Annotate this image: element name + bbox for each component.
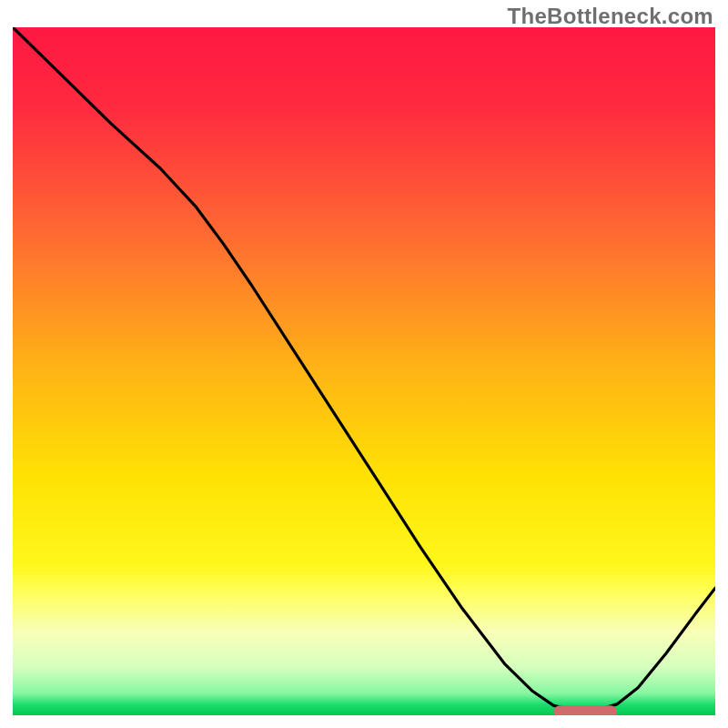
chart-plot-area — [0, 0, 728, 728]
bottleneck-chart: TheBottleneck.com — [0, 0, 728, 728]
attribution-text: TheBottleneck.com — [508, 4, 713, 29]
optimal-range-marker — [553, 705, 616, 718]
